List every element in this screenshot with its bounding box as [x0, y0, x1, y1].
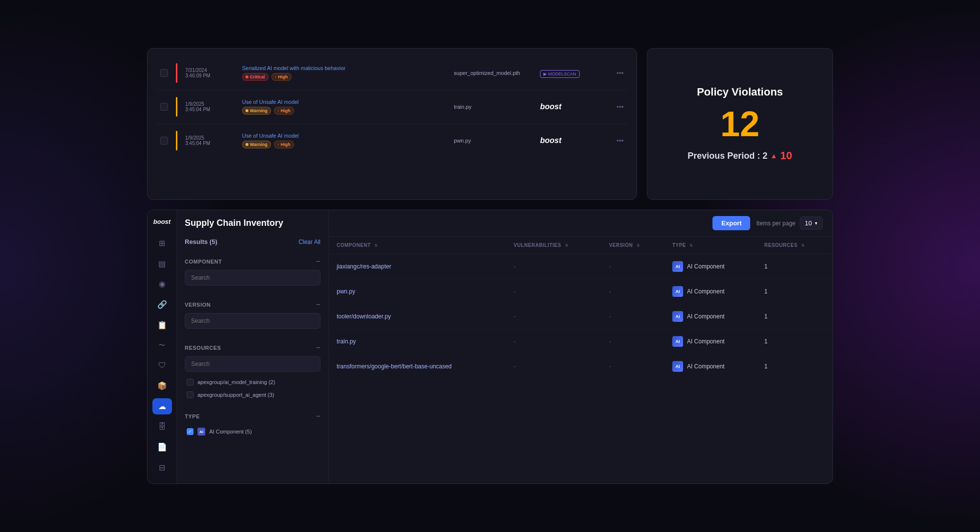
sidebar-item-reports[interactable]: 📄 — [152, 439, 172, 456]
ai-component-icon: AI — [672, 261, 683, 272]
items-per-page-control: Items per page 10 ▾ — [756, 217, 823, 230]
filter-section-version: VERSION − — [185, 296, 320, 333]
items-per-page-label: Items per page — [756, 220, 795, 227]
alert-more-button[interactable]: ••• — [616, 137, 624, 145]
col-header-component[interactable]: COMPONENT ⇅ — [329, 237, 506, 254]
cell-vulnerabilities: - — [506, 354, 601, 379]
table-body: jiaxiangc/res-adapter - - AI AI Componen… — [329, 254, 833, 379]
col-header-version[interactable]: VERSION ⇅ — [601, 237, 664, 254]
page-title: Supply Chain Inventory — [185, 218, 320, 228]
alert-checkbox[interactable] — [160, 137, 168, 145]
filter-section-type: TYPE − AI AI Component (5) — [185, 408, 320, 438]
cell-resources: 1 — [757, 304, 833, 329]
alert-time: 3:46:09 PM — [185, 73, 234, 78]
alert-severity-bar — [176, 97, 177, 117]
sort-version-icon: ⇅ — [637, 243, 640, 248]
alert-date: 7/31/2024 — [185, 68, 234, 73]
clear-all-button[interactable]: Clear All — [298, 239, 320, 245]
sidebar-item-shield[interactable]: 🛡 — [152, 357, 172, 374]
reports-icon: 📄 — [157, 442, 167, 452]
alert-more-button[interactable]: ••• — [616, 69, 624, 77]
component-search-input[interactable] — [185, 270, 320, 286]
sidebar-item-analytics[interactable]: 〜 — [152, 337, 172, 354]
export-button[interactable]: Export — [712, 216, 750, 230]
filter-version-toggle-icon: − — [316, 300, 320, 309]
filter-resources-header[interactable]: RESOURCES − — [185, 339, 320, 356]
filter-resources-label: RESOURCES — [185, 345, 221, 351]
database-icon: 🗄 — [158, 422, 166, 431]
filter-component-toggle-icon: − — [316, 257, 320, 266]
cell-component: train.py — [329, 329, 506, 354]
main-container: 7/31/2024 3:46:09 PM Serialized AI model… — [147, 48, 833, 484]
alert-severity-badge: Critical — [242, 73, 269, 81]
shield-icon: 🛡 — [158, 361, 166, 370]
filter-type-header[interactable]: TYPE − — [185, 408, 320, 425]
cell-type: AI AI Component — [664, 354, 757, 379]
resources-search-input[interactable] — [185, 356, 320, 372]
filter-checkbox-ai-component[interactable] — [187, 428, 194, 435]
ai-component-icon: AI — [672, 336, 683, 347]
links-icon: 🔗 — [157, 300, 167, 309]
alert-tool: boost — [540, 136, 609, 145]
sort-type-icon: ⇅ — [689, 243, 693, 248]
items-per-page-select[interactable]: 10 ▾ — [800, 217, 823, 230]
sidebar-item-dashboard[interactable]: ⊞ — [152, 235, 172, 252]
filter-version-header[interactable]: VERSION − — [185, 296, 320, 313]
filter-option-ai-component[interactable]: AI AI Component (5) — [185, 425, 320, 438]
sidebar-item-files[interactable]: ▤ — [152, 256, 172, 272]
alert-severity-badge: Warning — [242, 107, 271, 115]
alert-time: 3:45:04 PM — [185, 141, 234, 146]
cell-version: - — [601, 254, 664, 279]
alert-badges: Warning ↑ High — [242, 141, 446, 148]
filter-checkbox-ai-model-training[interactable] — [187, 379, 194, 386]
alert-row: 1/9/2025 3:45:04 PM Use of Unsafe AI mod… — [155, 124, 629, 157]
alert-title[interactable]: Use of Unsafe AI model — [242, 133, 446, 139]
table-row: train.py - - AI AI Component 1 — [329, 329, 833, 354]
cell-version: - — [601, 354, 664, 379]
table-row: transformers/google-bert/bert-base-uncas… — [329, 354, 833, 379]
filter-version-label: VERSION — [185, 302, 211, 308]
nav-logo: boost — [153, 218, 171, 225]
col-header-resources[interactable]: RESOURCES ⇅ — [757, 237, 833, 254]
alert-title[interactable]: Use of Unsafe AI model — [242, 99, 446, 105]
filter-checkbox-support-ai-agent[interactable] — [187, 391, 194, 398]
alert-severity-bar — [176, 131, 177, 150]
cell-resources: 1 — [757, 279, 833, 304]
cell-resources: 1 — [757, 329, 833, 354]
cell-vulnerabilities: - — [506, 279, 601, 304]
sidebar-item-supply-chain[interactable]: ☁ — [152, 398, 172, 415]
col-header-vulnerabilities[interactable]: VULNERABILITIES ⇅ — [506, 237, 601, 254]
filter-sidebar: Supply Chain Inventory Results (5) Clear… — [177, 210, 329, 484]
version-search-input[interactable] — [185, 313, 320, 329]
cell-type: AI AI Component — [664, 254, 757, 279]
dashboard-icon: ⊞ — [159, 239, 165, 248]
filter-option-ai-model-training[interactable]: apexgroup/ai_model_training (2) — [185, 376, 320, 388]
delta-arrow-icon: ▲ — [770, 152, 777, 160]
alert-title[interactable]: Serialized AI model with malicious behav… — [242, 65, 446, 71]
filter-option-ai-model-training-label: apexgroup/ai_model_training (2) — [197, 379, 275, 385]
table-header: COMPONENT ⇅ VULNERABILITIES ⇅ VERSION ⇅ … — [329, 237, 833, 254]
alert-checkbox[interactable] — [160, 69, 168, 77]
chevron-down-icon: ▾ — [815, 220, 817, 226]
sidebar-item-links[interactable]: 🔗 — [152, 296, 172, 313]
filter-component-header[interactable]: COMPONENT − — [185, 253, 320, 270]
table-row: tooler/downloader.py - - AI AI Component… — [329, 304, 833, 329]
alert-more-button[interactable]: ••• — [616, 103, 624, 111]
sidebar-item-inventory[interactable]: 📋 — [152, 316, 172, 333]
alert-title-col: Use of Unsafe AI model Warning ↑ High — [242, 99, 446, 115]
alert-level-badge: ↑ High — [274, 141, 294, 148]
alert-date: 1/9/2025 — [185, 101, 234, 107]
alert-row: 1/9/2025 3:45:04 PM Use of Unsafe AI mod… — [155, 90, 629, 124]
filter-option-support-ai-agent[interactable]: apexgroup/support_ai_agent (3) — [185, 388, 320, 401]
ai-icon-small: AI — [197, 428, 205, 435]
filter-section-component: COMPONENT − — [185, 253, 320, 290]
inventory-icon: 📋 — [157, 320, 167, 330]
cell-vulnerabilities: - — [506, 304, 601, 329]
sidebar-item-packages[interactable]: 📦 — [152, 378, 172, 394]
sidebar-item-radar[interactable]: ◉ — [152, 276, 172, 292]
sidebar-item-settings[interactable]: ⊟ — [152, 459, 172, 476]
alert-checkbox[interactable] — [160, 103, 168, 111]
sidebar-item-database[interactable]: 🗄 — [152, 418, 172, 435]
inventory-table: COMPONENT ⇅ VULNERABILITIES ⇅ VERSION ⇅ … — [329, 237, 833, 379]
col-header-type[interactable]: TYPE ⇅ — [664, 237, 757, 254]
